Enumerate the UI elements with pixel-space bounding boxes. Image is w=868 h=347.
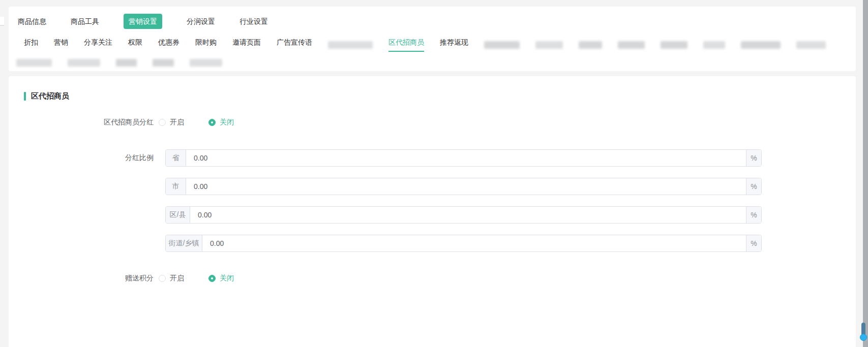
district-percent-suffix: % — [746, 207, 761, 223]
dividend-radio-group: 开启 关闭 — [159, 118, 234, 127]
points-radio-row: 赠送积分 开启 关闭 — [9, 270, 856, 287]
left-panel-edge — [0, 17, 4, 26]
subtab-redacted[interactable] — [703, 41, 725, 49]
vertical-scrollbar[interactable] — [863, 0, 868, 347]
points-radio-label: 赠送积分 — [9, 274, 159, 283]
subtab-invite-page[interactable]: 邀请页面 — [232, 38, 261, 52]
city-ratio-input[interactable] — [186, 178, 746, 195]
points-radio-on-label: 开启 — [170, 274, 184, 283]
tertiary-tabs — [9, 52, 856, 67]
subtab-flash-sale[interactable]: 限时购 — [195, 38, 217, 52]
ratio-label: 分红比例 — [9, 153, 159, 163]
radio-unchecked-icon — [159, 119, 166, 126]
tab-profit-settings[interactable]: 分润设置 — [187, 14, 215, 29]
subtab-permissions[interactable]: 权限 — [128, 38, 142, 52]
radio-unchecked-icon — [159, 275, 166, 282]
subtab-discount[interactable]: 折扣 — [24, 38, 38, 52]
city-percent-suffix: % — [746, 178, 761, 195]
ratio-row-province: 分红比例 省 % — [9, 149, 856, 167]
subtab-redacted[interactable] — [116, 59, 137, 67]
subtab-referral-cashback[interactable]: 推荐返现 — [440, 38, 468, 52]
province-ratio-input-group: 省 % — [165, 149, 762, 167]
district-ratio-input[interactable] — [190, 207, 746, 223]
province-percent-suffix: % — [746, 150, 761, 166]
dividend-radio-off-label: 关闭 — [220, 118, 234, 127]
street-percent-suffix: % — [746, 235, 761, 251]
subtab-redacted[interactable] — [328, 41, 373, 49]
street-prefix: 街道/乡镇 — [166, 235, 202, 251]
dividend-radio-label: 区代招商员分红 — [9, 118, 159, 127]
points-radio-off-label: 关闭 — [220, 274, 234, 283]
street-ratio-input-group: 街道/乡镇 % — [165, 235, 762, 252]
page: 商品信息 商品工具 营销设置 分润设置 行业设置 折扣 营销 分享关注 权限 优… — [0, 0, 868, 347]
province-prefix: 省 — [166, 150, 186, 166]
district-agent-panel: 区代招商员 区代招商员分红 开启 关闭 分红比例 — [9, 76, 856, 347]
scroll-indicator-icon[interactable] — [859, 323, 867, 341]
subtab-redacted[interactable] — [535, 41, 563, 49]
subtab-redacted[interactable] — [618, 41, 645, 49]
subtab-redacted[interactable] — [796, 41, 826, 49]
ratio-row-city: 市 % — [9, 178, 856, 195]
radio-checked-icon — [208, 275, 216, 282]
tab-marketing-settings[interactable]: 营销设置 — [124, 14, 162, 29]
subtab-redacted[interactable] — [190, 59, 222, 67]
district-prefix: 区/县 — [166, 207, 190, 223]
tab-product-tools[interactable]: 商品工具 — [71, 14, 99, 29]
subtab-redacted[interactable] — [579, 41, 602, 49]
subtab-redacted[interactable] — [484, 41, 520, 49]
subtab-coupon[interactable]: 优惠券 — [158, 38, 179, 52]
subtab-ad-slogan[interactable]: 广告宣传语 — [277, 38, 312, 52]
tab-product-info[interactable]: 商品信息 — [18, 14, 46, 29]
dividend-radio-off[interactable]: 关闭 — [208, 118, 234, 127]
district-agent-form: 区代招商员分红 开启 关闭 分红比例 省 — [9, 114, 856, 287]
ratio-row-district: 区/县 % — [9, 206, 856, 224]
street-ratio-input[interactable] — [202, 235, 746, 251]
points-radio-off[interactable]: 关闭 — [208, 274, 234, 283]
subtab-marketing[interactable]: 营销 — [54, 38, 68, 52]
tab-industry-settings[interactable]: 行业设置 — [240, 14, 268, 29]
tabs-card: 商品信息 商品工具 营销设置 分润设置 行业设置 折扣 营销 分享关注 权限 优… — [9, 7, 856, 71]
secondary-tabs: 折扣 营销 分享关注 权限 优惠券 限时购 邀请页面 广告宣传语 区代招商员 推… — [9, 29, 856, 52]
subtab-redacted[interactable] — [68, 59, 100, 67]
subtab-district-agent[interactable]: 区代招商员 — [388, 38, 424, 52]
province-ratio-input[interactable] — [186, 150, 746, 166]
city-prefix: 市 — [166, 178, 186, 195]
subtab-redacted[interactable] — [661, 41, 687, 49]
district-ratio-input-group: 区/县 % — [165, 206, 762, 224]
scroll-indicator-bulb — [860, 334, 867, 341]
subtab-redacted[interactable] — [741, 41, 781, 49]
city-ratio-input-group: 市 % — [165, 178, 762, 195]
radio-checked-icon — [208, 119, 216, 126]
section-header: 区代招商员 — [9, 76, 856, 101]
dividend-radio-on[interactable]: 开启 — [159, 118, 184, 127]
primary-tabs: 商品信息 商品工具 营销设置 分润设置 行业设置 — [9, 7, 856, 29]
section-accent-bar — [24, 92, 26, 101]
subtab-redacted[interactable] — [16, 59, 52, 67]
subtab-share-follow[interactable]: 分享关注 — [84, 38, 112, 52]
ratio-row-street: 街道/乡镇 % — [9, 235, 856, 252]
points-radio-on[interactable]: 开启 — [159, 274, 184, 283]
section-title: 区代招商员 — [31, 91, 69, 101]
dividend-radio-on-label: 开启 — [170, 118, 184, 127]
points-radio-group: 开启 关闭 — [159, 274, 234, 283]
dividend-radio-row: 区代招商员分红 开启 关闭 — [9, 114, 856, 131]
subtab-redacted[interactable] — [153, 59, 174, 67]
